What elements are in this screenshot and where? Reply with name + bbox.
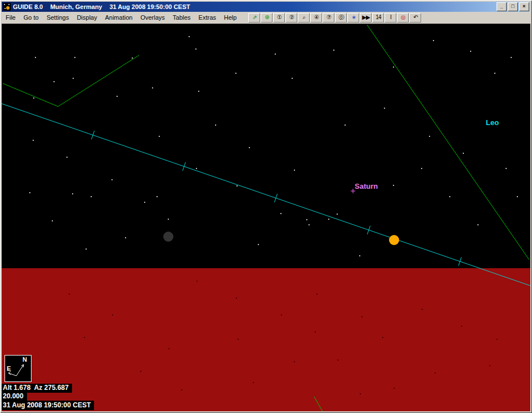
horizon-ground [2, 268, 530, 411]
star [280, 213, 281, 214]
star [421, 168, 422, 169]
status-alt-az: Alt 1.678 Az 275.687 [2, 384, 72, 393]
star [33, 97, 34, 99]
star [463, 153, 464, 154]
moon [163, 232, 173, 242]
star [429, 136, 430, 137]
menu-go-to[interactable]: Go to [20, 13, 43, 22]
below-horizon-star [461, 326, 462, 327]
menu-settings[interactable]: Settings [43, 13, 73, 22]
step-14-icon[interactable]: 14 [372, 13, 384, 23]
star [359, 255, 360, 256]
constellation-line [367, 25, 529, 260]
zoom-0-icon[interactable]: ⓪ [335, 13, 347, 23]
title-bar[interactable]: GUIDE 8.0 Munich, Germany 31 Aug 2008 19… [2, 2, 530, 12]
zoom-1-icon[interactable]: ① [273, 13, 285, 23]
star [258, 244, 259, 245]
star [309, 224, 310, 225]
globe-icon[interactable]: ⊕ [261, 13, 272, 23]
star [470, 51, 471, 52]
star [235, 73, 236, 74]
star [517, 196, 518, 197]
ecliptic-line [2, 104, 530, 286]
star [117, 96, 118, 97]
star [306, 219, 307, 220]
sun [389, 235, 399, 245]
sky-svg[interactable]: LeoSaturn [2, 24, 530, 411]
below-horizon-star [294, 361, 295, 362]
below-horizon-star [435, 372, 436, 374]
toolbar: ⇗ ⊕ ① ② ⌕ ④ ⑦ ⓪ ∗ ▶▶ 14 I ◎ ↶ [248, 13, 421, 23]
close-button[interactable]: × [519, 2, 529, 11]
below-horizon-star [181, 389, 182, 390]
star [198, 91, 199, 92]
star [477, 224, 479, 225]
star [168, 219, 169, 220]
zoom-4-icon[interactable]: ④ [310, 13, 322, 23]
below-horizon-star [315, 331, 316, 332]
maximize-button[interactable]: □ [508, 2, 518, 11]
ecliptic-tick [458, 257, 461, 265]
menu-display[interactable]: Display [73, 13, 101, 22]
window-title-datetime: 31 Aug 2008 19:50:00 CEST [109, 3, 190, 10]
window-controls: _ □ × [497, 2, 530, 11]
star [53, 81, 55, 82]
target-icon[interactable]: ◎ [397, 13, 409, 23]
compass-north-label: N [23, 356, 27, 363]
below-horizon-star [382, 337, 383, 338]
star [494, 73, 495, 74]
status-field-size: 20.000 [2, 392, 27, 401]
fast-forward-icon[interactable]: ▶▶ [360, 13, 372, 23]
star [189, 36, 190, 37]
menu-tables[interactable]: Tables [169, 13, 195, 22]
star [152, 87, 153, 88]
star [132, 57, 133, 59]
below-horizon-star [84, 337, 85, 338]
menu-help[interactable]: Help [220, 13, 241, 22]
menu-animation[interactable]: Animation [101, 13, 136, 22]
below-horizon-star [196, 281, 198, 282]
star [91, 196, 92, 197]
saturn-label: Saturn [355, 182, 378, 190]
magnifier-icon[interactable]: ⌕ [298, 13, 310, 23]
star-icon[interactable]: ∗ [347, 13, 359, 23]
below-horizon-star [316, 294, 318, 295]
ecliptic-tick [182, 162, 185, 171]
app-icon [3, 3, 11, 11]
undo-icon[interactable]: ↶ [409, 13, 421, 23]
star [66, 157, 68, 158]
below-horizon-star [112, 314, 113, 316]
ecliptic-tick [274, 194, 277, 202]
zoom-7-icon[interactable]: ⑦ [323, 13, 334, 23]
star [159, 136, 160, 137]
star-chart[interactable]: LeoSaturn N E Alt 1.678 Az 275.687 20.00… [2, 24, 530, 411]
menu-file[interactable]: File [2, 13, 20, 22]
below-horizon-star [337, 359, 338, 361]
star [215, 125, 216, 126]
star [292, 78, 293, 79]
below-horizon-star [497, 339, 498, 340]
slew-icon[interactable]: ⇗ [248, 13, 260, 23]
star [345, 125, 346, 126]
star [393, 185, 394, 186]
menu-bar: File Go to Settings Display Animation Ov… [2, 12, 530, 23]
star [125, 237, 126, 238]
below-horizon-star [394, 388, 395, 389]
star [157, 196, 158, 197]
star [72, 193, 73, 194]
minimize-button[interactable]: _ [497, 2, 507, 11]
guide-window: GUIDE 8.0 Munich, Germany 31 Aug 2008 19… [0, 0, 532, 413]
menu-overlays[interactable]: Overlays [136, 13, 168, 22]
zoom-2-icon[interactable]: ② [285, 13, 297, 23]
below-horizon-star [238, 339, 239, 340]
ecliptic-tick [367, 226, 370, 234]
star [33, 140, 34, 141]
menu-extras[interactable]: Extras [195, 13, 220, 22]
constellation-line [3, 55, 139, 106]
below-horizon-star [361, 316, 363, 317]
below-horizon-star [140, 371, 141, 372]
step-1-icon[interactable]: I [385, 13, 396, 23]
star [29, 192, 30, 193]
leo-label: Leo [486, 118, 499, 127]
star [511, 57, 512, 58]
